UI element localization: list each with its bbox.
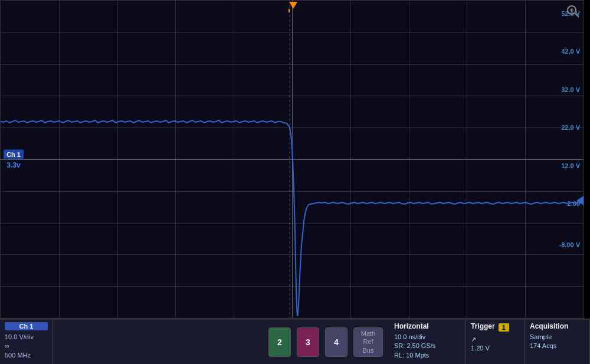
oscilloscope: 52.0 V 42.0 V 32.0 V 22.0 V 12.0 V 2.00 … <box>0 0 590 364</box>
math-label: Math <box>361 329 375 337</box>
ch1-scale: 10.0 V/div <box>5 333 34 342</box>
horizontal-title: Horizontal <box>394 322 429 330</box>
toolbar-spacer <box>53 320 262 364</box>
channel-2-button[interactable]: 2 <box>268 327 291 357</box>
channel-3-button[interactable]: 3 <box>297 327 319 357</box>
trigger-channel-num: 1 <box>499 323 509 332</box>
acquisition-section: Acquisition Sample 174 Acqs <box>525 320 590 364</box>
horizontal-recordlength: RL: 10 Mpts <box>394 351 429 360</box>
acquisition-mode: Sample <box>530 333 552 342</box>
ch1-info-header: Ch 1 <box>5 322 48 330</box>
trigger-slope-icon: ↗ <box>471 335 476 344</box>
trigger-section: Trigger 1 ↗ 1.20 V <box>466 320 525 364</box>
ch1-bandwidth-icon: ∞ <box>5 342 9 350</box>
math-ref-bus-button[interactable]: Math Ref Bus <box>353 327 383 357</box>
trigger-title: Trigger <box>471 322 495 330</box>
ch1-info-section: Ch 1 10.0 V/div ∞ 500 MHz <box>0 320 53 364</box>
acquisition-title: Acquisition <box>530 322 568 330</box>
horizontal-scale: 10.0 ns/div <box>394 333 425 342</box>
bus-label: Bus <box>363 346 374 355</box>
oscilloscope-screen: 52.0 V 42.0 V 32.0 V 22.0 V 12.0 V 2.00 … <box>0 0 584 319</box>
horizontal-samplerate: SR: 2.50 GS/s <box>394 342 435 350</box>
ref-label: Ref <box>363 337 373 346</box>
trigger-header: Trigger 1 <box>471 322 509 333</box>
ch1-bandwidth: 500 MHz <box>5 351 31 360</box>
channel-4-button[interactable]: 4 <box>325 327 348 357</box>
trigger-level: 1.20 V <box>471 344 490 353</box>
waveform-display <box>1 1 584 319</box>
channel-buttons-row: 2 3 4 Math Ref Bus <box>262 320 389 364</box>
horizontal-section: Horizontal 10.0 ns/div SR: 2.50 GS/s RL:… <box>389 320 466 364</box>
acquisition-count: 174 Acqs <box>530 342 556 350</box>
toolbar: Ch 1 10.0 V/div ∞ 500 MHz 2 3 4 Math Ref… <box>0 319 590 364</box>
